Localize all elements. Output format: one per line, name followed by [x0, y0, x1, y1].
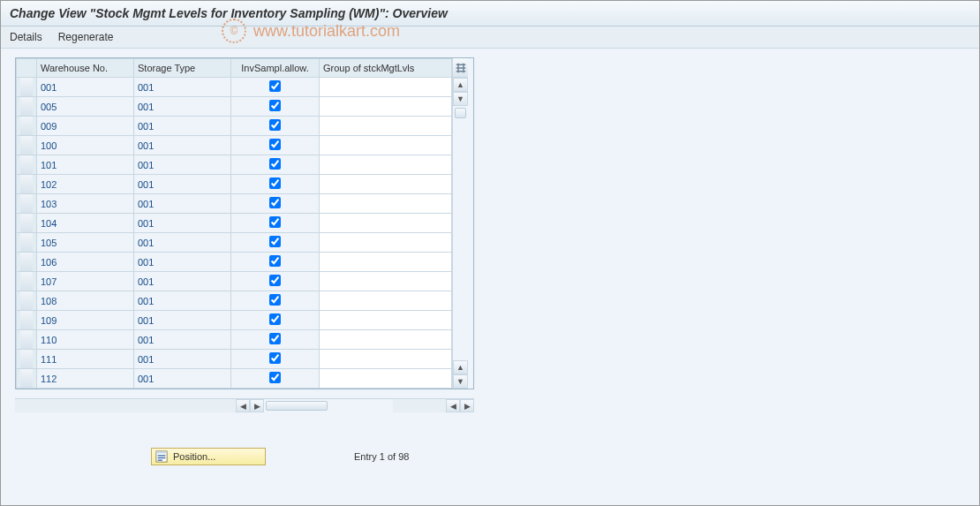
cell-storage[interactable]: 001	[134, 330, 231, 350]
invsampl-checkbox[interactable]	[269, 294, 281, 306]
row-selector[interactable]	[20, 97, 33, 116]
cell-warehouse[interactable]: 102	[37, 175, 134, 194]
table-row[interactable]: 107001	[17, 272, 452, 291]
cell-warehouse[interactable]: 104	[37, 214, 134, 233]
scroll-right-button[interactable]: ▶	[250, 399, 264, 412]
row-selector[interactable]	[20, 117, 33, 135]
hscroll-thumb[interactable]	[266, 401, 328, 411]
invsampl-checkbox[interactable]	[269, 216, 281, 228]
cell-invsampl[interactable]	[231, 272, 320, 291]
cell-group[interactable]	[320, 155, 452, 175]
cell-group[interactable]	[320, 311, 452, 330]
vertical-scrollbar[interactable]: ▲ ▼ ▲ ▼	[452, 58, 468, 389]
table-row[interactable]: 104001	[17, 214, 452, 233]
invsampl-checkbox[interactable]	[269, 236, 281, 247]
cell-storage[interactable]: 001	[134, 233, 231, 253]
row-selector[interactable]	[20, 194, 33, 213]
row-selector[interactable]	[20, 311, 33, 329]
cell-invsampl[interactable]	[231, 78, 320, 97]
cell-group[interactable]	[320, 214, 452, 233]
cell-warehouse[interactable]: 100	[37, 136, 134, 155]
cell-warehouse[interactable]: 001	[37, 78, 134, 97]
cell-storage[interactable]: 001	[134, 291, 231, 311]
table-row[interactable]: 110001	[17, 330, 452, 350]
table-settings-icon[interactable]	[453, 58, 468, 78]
scroll-up-button[interactable]: ▲	[453, 78, 468, 92]
cell-storage[interactable]: 001	[134, 369, 231, 389]
cell-invsampl[interactable]	[231, 253, 320, 272]
cell-invsampl[interactable]	[231, 330, 320, 350]
cell-invsampl[interactable]	[231, 194, 320, 214]
table-row[interactable]: 111001	[17, 350, 452, 369]
cell-storage[interactable]: 001	[134, 350, 231, 369]
horizontal-scrollbar[interactable]: ◀ ▶ ◀ ▶	[15, 398, 474, 412]
cell-invsampl[interactable]	[231, 214, 320, 233]
cell-group[interactable]	[320, 330, 452, 350]
cell-group[interactable]	[320, 272, 452, 291]
table-row[interactable]: 101001	[17, 155, 452, 175]
cell-warehouse[interactable]: 112	[37, 369, 134, 389]
cell-storage[interactable]: 001	[134, 175, 231, 194]
cell-warehouse[interactable]: 110	[37, 330, 134, 350]
cell-warehouse[interactable]: 107	[37, 272, 134, 291]
cell-storage[interactable]: 001	[134, 155, 231, 175]
cell-group[interactable]	[320, 233, 452, 253]
invsampl-checkbox[interactable]	[269, 100, 281, 111]
details-button[interactable]: Details	[10, 31, 42, 43]
invsampl-checkbox[interactable]	[269, 255, 281, 267]
cell-storage[interactable]: 001	[134, 272, 231, 291]
cell-warehouse[interactable]: 111	[37, 350, 134, 369]
row-selector[interactable]	[20, 214, 33, 232]
row-selector[interactable]	[20, 350, 33, 368]
col-header-warehouse[interactable]: Warehouse No.	[37, 59, 134, 78]
scroll-thumb[interactable]	[455, 108, 466, 118]
cell-warehouse[interactable]: 005	[37, 97, 134, 117]
invsampl-checkbox[interactable]	[269, 313, 281, 325]
invsampl-checkbox[interactable]	[269, 158, 281, 170]
table-row[interactable]: 106001	[17, 253, 452, 272]
row-selector[interactable]	[20, 155, 33, 174]
cell-group[interactable]	[320, 194, 452, 214]
row-selector[interactable]	[20, 136, 33, 155]
cell-invsampl[interactable]	[231, 291, 320, 311]
table-row[interactable]: 108001	[17, 291, 452, 311]
cell-group[interactable]	[320, 117, 452, 136]
table-row[interactable]: 009001	[17, 117, 452, 136]
cell-warehouse[interactable]: 108	[37, 291, 134, 311]
table-row[interactable]: 001001	[17, 78, 452, 97]
cell-group[interactable]	[320, 97, 452, 117]
col-header-storage[interactable]: Storage Type	[134, 59, 231, 78]
cell-storage[interactable]: 001	[134, 78, 231, 97]
cell-invsampl[interactable]	[231, 175, 320, 194]
invsampl-checkbox[interactable]	[269, 333, 281, 344]
row-selector[interactable]	[20, 78, 33, 96]
cell-group[interactable]	[320, 136, 452, 155]
invsampl-checkbox[interactable]	[269, 119, 281, 131]
scroll-left-end-button[interactable]: ◀	[446, 399, 460, 412]
cell-warehouse[interactable]: 109	[37, 311, 134, 330]
cell-group[interactable]	[320, 350, 452, 369]
table-row[interactable]: 112001	[17, 369, 452, 389]
scroll-right-end-button[interactable]: ▶	[460, 399, 474, 412]
invsampl-checkbox[interactable]	[269, 177, 281, 189]
row-selector[interactable]	[20, 369, 33, 388]
cell-invsampl[interactable]	[231, 233, 320, 253]
cell-warehouse[interactable]: 101	[37, 155, 134, 175]
cell-group[interactable]	[320, 253, 452, 272]
regenerate-button[interactable]: Regenerate	[58, 31, 114, 43]
hscroll-track[interactable]	[264, 399, 393, 412]
cell-warehouse[interactable]: 106	[37, 253, 134, 272]
col-header-group[interactable]: Group of stckMgtLvls	[320, 59, 452, 78]
cell-storage[interactable]: 001	[134, 117, 231, 136]
scroll-track[interactable]	[453, 106, 468, 360]
table-row[interactable]: 102001	[17, 175, 452, 194]
col-header-invsampl[interactable]: InvSampl.allow.	[231, 59, 320, 78]
cell-group[interactable]	[320, 78, 452, 97]
cell-invsampl[interactable]	[231, 97, 320, 117]
cell-storage[interactable]: 001	[134, 194, 231, 214]
row-selector[interactable]	[20, 272, 33, 291]
table-row[interactable]: 005001	[17, 97, 452, 117]
table-row[interactable]: 105001	[17, 233, 452, 253]
cell-invsampl[interactable]	[231, 350, 320, 369]
row-selector[interactable]	[20, 175, 33, 193]
